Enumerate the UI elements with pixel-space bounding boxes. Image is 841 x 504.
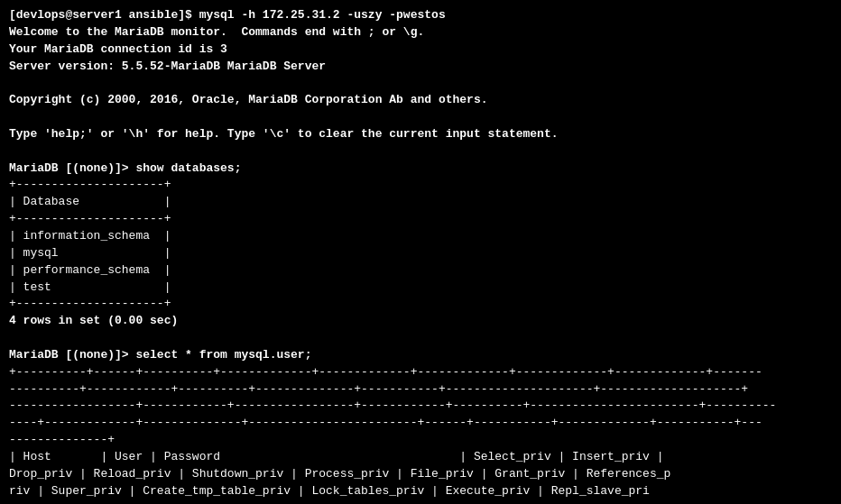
- terminal-window: [devlops@server1 ansible]$ mysql -h 172.…: [0, 0, 841, 504]
- wide-table-border-1: +----------+------+----------+----------…: [9, 365, 762, 379]
- connection-id-line: Your MariaDB connection id is 3: [9, 42, 227, 56]
- table-border-1: +---------------------+: [9, 178, 171, 191]
- db-row-2: | mysql |: [9, 246, 171, 260]
- table-border-2: +---------------------+: [9, 212, 171, 225]
- db-row-3: | performance_schema |: [9, 263, 171, 277]
- wide-table-header: | Host | User | Password | Select_priv |…: [9, 450, 664, 463]
- copyright-line: Copyright (c) 2000, 2016, Oracle, MariaD…: [9, 93, 488, 106]
- table-header: | Database |: [9, 195, 171, 208]
- select-cmd: MariaDB [(none)]> select * from mysql.us…: [9, 348, 311, 362]
- terminal-output: [devlops@server1 ansible]$ mysql -h 172.…: [9, 7, 832, 499]
- help-line: Type 'help;' or '\h' for help. Type '\c'…: [9, 127, 559, 141]
- welcome-line: Welcome to the MariaDB monitor. Commands…: [9, 25, 424, 39]
- command-line-1: [devlops@server1 ansible]$ mysql -h 172.…: [9, 8, 446, 22]
- db-row-4: | test |: [9, 280, 171, 294]
- wide-table-header-2: Drop_priv | Reload_priv | Shutdown_priv …: [9, 467, 670, 481]
- wide-table-border-3: ------------------+------------+--------…: [9, 399, 776, 412]
- db-row-1: | information_schema |: [9, 229, 171, 243]
- server-version-line: Server version: 5.5.52-MariaDB MariaDB S…: [9, 60, 326, 73]
- table-border-3: +---------------------+: [9, 297, 171, 310]
- row-count: 4 rows in set (0.00 sec): [9, 314, 178, 327]
- show-databases-cmd: MariaDB [(none)]> show databases;: [9, 161, 241, 175]
- wide-table-border-2: ----------+------------+----------+-----…: [9, 382, 748, 396]
- wide-table-border-4: ----+-------------+--------------+------…: [9, 416, 762, 429]
- wide-table-header-3: riv | Super_priv | Create_tmp_table_priv…: [9, 484, 650, 498]
- wide-table-border-5: --------------+: [9, 433, 115, 446]
